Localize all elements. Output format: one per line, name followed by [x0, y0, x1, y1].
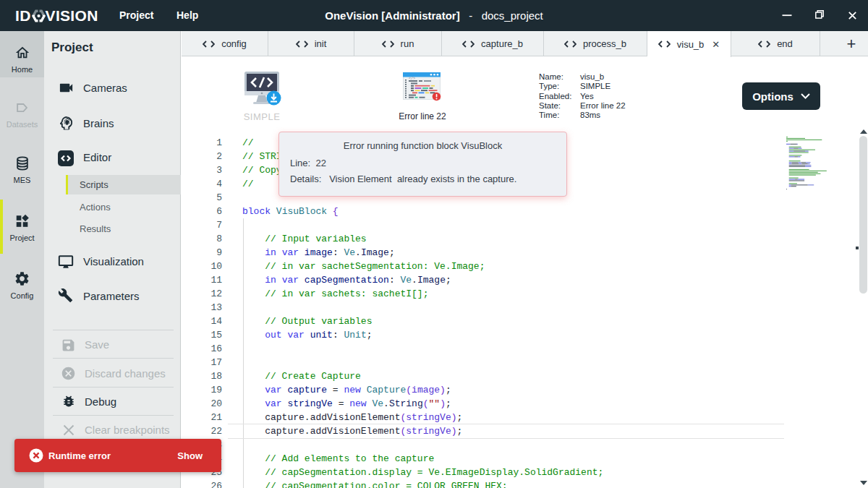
- svg-text:</>: </>: [409, 77, 415, 81]
